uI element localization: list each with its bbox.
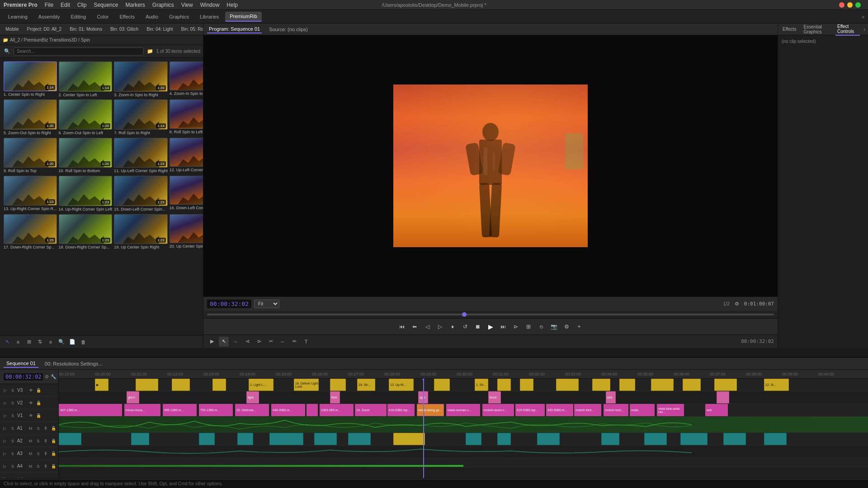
text-tool[interactable]: T <box>301 337 311 347</box>
clip-v1-11[interactable]: moda-daing.yp... <box>417 404 444 416</box>
clip-v2-6[interactable]: wrb <box>606 391 616 404</box>
play-btn[interactable]: ▶ <box>485 321 496 332</box>
media-item[interactable]: 1:147. Roll Spin to Right <box>114 99 168 136</box>
track-v1-lock-icon[interactable]: 🔓 <box>35 413 42 419</box>
bin-04[interactable]: Bin: 04: Light <box>144 26 175 33</box>
clip-v1-7[interactable] <box>307 404 318 416</box>
clip-v1-14[interactable]: 615-5380.mp... <box>515 404 545 416</box>
track-a4-mute-icon[interactable]: M <box>28 463 34 469</box>
essential-graphics-tab[interactable]: Essential Graphics <box>802 23 832 35</box>
playhead-indicator[interactable] <box>462 312 467 317</box>
track-v3-eye-icon[interactable]: 👁 <box>28 387 34 394</box>
list-view-btn[interactable]: ≡ <box>14 338 23 347</box>
track-v3-sync-icon[interactable]: S <box>9 387 16 394</box>
step-back-btn[interactable]: ⬅ <box>409 321 420 332</box>
media-item[interactable]: 1:2010. Roll Spin to Bottom <box>59 138 113 174</box>
menu-view[interactable]: View <box>181 2 193 8</box>
media-item[interactable]: 1:141. Center Spin to Right <box>4 61 57 98</box>
mark-out-btn[interactable]: ▷ <box>434 321 445 332</box>
panel-menu-btn[interactable]: ≡ <box>46 338 55 347</box>
track-a3-mute-icon[interactable]: M <box>28 450 34 457</box>
settings-icon[interactable]: ⚙ <box>732 300 741 309</box>
settings-btn[interactable]: ⚙ <box>561 321 572 332</box>
clip-a2-14[interactable] <box>680 433 708 445</box>
grid-view-btn[interactable]: ⊞ <box>24 338 33 347</box>
clip-a2-4[interactable] <box>237 433 253 445</box>
clip-v3-15[interactable] <box>592 379 610 391</box>
search-input[interactable] <box>14 47 144 56</box>
selection-tool[interactable]: ↖ <box>219 337 229 347</box>
bin-mobile[interactable]: Mobile <box>3 26 21 33</box>
slip-tool[interactable]: ↔ <box>278 337 288 347</box>
play-tool-btn[interactable]: ▶ <box>207 337 217 347</box>
bin-project[interactable]: Project: D0: All_2 <box>24 26 64 33</box>
menu-markers[interactable]: Markers <box>125 2 145 8</box>
track-select-tool[interactable]: → <box>231 337 241 347</box>
track-v3-toggle-icon[interactable]: ▷ <box>2 387 8 394</box>
clip-v3-4[interactable] <box>212 379 226 391</box>
clip-v2-7[interactable] <box>717 391 729 404</box>
output-btn[interactable]: ⎋ <box>536 321 547 332</box>
media-item[interactable]: 1:2312. Up-Left Corner Spin Left <box>170 138 203 174</box>
tab-premiumrib[interactable]: PremiumRib <box>225 12 262 22</box>
clip-v1-13[interactable]: mobch-assm.c... <box>482 404 514 416</box>
maximize-btn[interactable] <box>855 2 861 8</box>
tab-audio[interactable]: Audio <box>141 12 163 21</box>
effects-tab[interactable]: Effects <box>781 26 798 33</box>
playback-bar[interactable] <box>203 311 778 318</box>
clip-v1-15[interactable]: 933-5080.m... <box>546 404 573 416</box>
workspace-expand-icon[interactable]: » <box>862 14 864 19</box>
clip-v2-3[interactable]: Roll <box>330 391 340 404</box>
track-v2-lock-icon[interactable]: 🔓 <box>35 400 42 406</box>
track-a2-mic-icon[interactable]: 🎙 <box>42 438 49 444</box>
media-item[interactable]: 1:209. Roll Spin to Top <box>4 138 57 174</box>
next-edit-btn[interactable]: ⊳ <box>510 321 521 332</box>
clip-v1-12[interactable]: makk-woman.c... <box>446 404 480 416</box>
clip-v3-9[interactable]: 13. Up-Ri... <box>389 379 414 391</box>
track-a3-solo-icon[interactable]: S <box>35 450 41 457</box>
track-a1-mic-icon[interactable]: 🎙 <box>42 425 49 432</box>
timeline-timecode[interactable]: 00:00:32:02 <box>4 373 43 380</box>
media-item[interactable]: 1:2315. Down-Left Corner Spin... <box>114 176 168 212</box>
menu-edit[interactable]: Edit <box>61 2 70 8</box>
media-item[interactable]: 1:2314. Up-Right Corner Spin Left <box>59 176 113 212</box>
media-item[interactable]: 1:2313. Up-Right Corner Spin R... <box>4 176 57 212</box>
delete-btn[interactable]: 🗑 <box>79 338 88 347</box>
razor-tool[interactable]: ✂ <box>266 337 276 347</box>
search-icon[interactable]: 🔍 <box>3 47 12 56</box>
step-forward-btn[interactable]: ⏭ <box>498 321 509 332</box>
clip-a2-13[interactable] <box>644 433 667 445</box>
clip-v1-9[interactable]: 14. Zoom <box>355 404 387 416</box>
clip-v2-1[interactable]: grb.h <box>127 391 139 404</box>
media-item[interactable]: 1:142. Center Spin to Left <box>59 61 113 98</box>
loop-btn[interactable]: ↺ <box>460 321 471 332</box>
clip-v3-13[interactable] <box>520 379 533 391</box>
media-item[interactable]: 1:206. Zoom-Out Spin to Left <box>59 99 113 136</box>
clip-v3-20[interactable]: 22. Si... <box>764 379 789 391</box>
clip-v3-3[interactable] <box>172 379 190 391</box>
new-item-btn[interactable]: 📄 <box>68 338 77 347</box>
clip-a2-16[interactable] <box>764 433 787 445</box>
track-a2-lock-icon[interactable]: 🔓 <box>50 438 57 444</box>
safe-margins-btn[interactable]: ⊞ <box>523 321 534 332</box>
resolution-tab[interactable]: 00: Resolutions Settings... <box>42 360 105 367</box>
track-a1-mute-icon[interactable]: M <box>28 425 34 432</box>
track-v1-eye-icon[interactable]: 👁 <box>28 413 34 419</box>
track-a2-toggle-icon[interactable]: ▷ <box>2 438 8 444</box>
clip-v1-16[interactable]: mobch.ford... <box>574 404 601 416</box>
program-monitor-tab[interactable]: Program: Sequence 01 <box>207 25 262 33</box>
clip-v3-8[interactable]: 29. Str... <box>357 379 375 391</box>
tab-editing[interactable]: Editing <box>66 12 91 21</box>
menu-file[interactable]: File <box>45 2 53 8</box>
media-item[interactable]: 1:205. Zoom-Out Spin to Right <box>4 99 57 136</box>
clip-v1-20[interactable]: wrb <box>705 404 728 416</box>
clip-v3-12[interactable] <box>497 379 511 391</box>
clip-a2-2[interactable] <box>131 433 149 445</box>
tab-color[interactable]: Color <box>92 12 113 21</box>
track-a4-solo-icon[interactable]: S <box>35 463 41 469</box>
media-item[interactable]: 1:2317. Down-Right Corner Sp... <box>4 214 57 250</box>
track-a2-solo-icon[interactable]: S <box>35 438 41 444</box>
track-a4-sync-icon[interactable]: S <box>9 463 16 469</box>
clip-v1-4[interactable]: 753-1380.m... <box>199 404 233 416</box>
fit-select[interactable]: Fit 25% 50% 75% 100% <box>254 300 279 308</box>
